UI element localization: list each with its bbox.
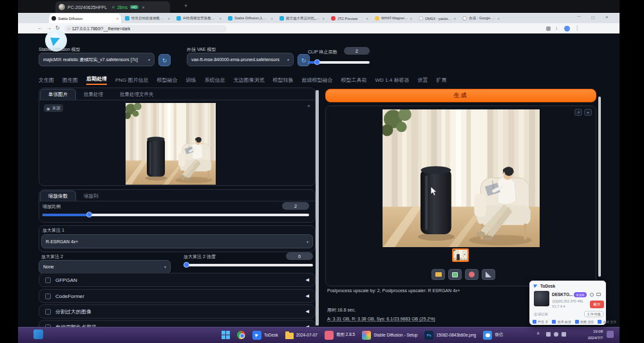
window-minimize-button[interactable]: —	[577, 14, 581, 18]
send-to-img2img-button[interactable]	[482, 269, 495, 280]
accordion-codeformer[interactable]: CodeFormer ◀	[39, 289, 316, 303]
taskbar-widget-icon[interactable]	[33, 329, 43, 339]
tab-model-toolkit[interactable]: 模型工具箱	[341, 77, 367, 84]
disconnect-button[interactable]: 断开	[590, 301, 604, 308]
tray-expand-icon[interactable]: ∧	[536, 331, 540, 336]
remote-new-tab-button[interactable]: +	[184, 3, 187, 9]
scale-ratio-value[interactable]: 2	[282, 202, 309, 210]
tab-close-icon[interactable]: ×	[410, 17, 412, 21]
advanced-setting[interactable]: 高级 更多	[598, 320, 616, 324]
save-image-button[interactable]	[448, 269, 462, 280]
clear-image-icon[interactable]: ×	[307, 103, 310, 109]
tab-checkpoint-merger[interactable]: 模型融合	[157, 77, 178, 84]
tab-close-icon[interactable]: ×	[270, 17, 273, 21]
vae-select[interactable]: vae-ft-mse-840000-ema-pruned.safetensors…	[187, 53, 294, 66]
tab-close-icon[interactable]: ×	[453, 17, 456, 21]
split-oversized-checkbox[interactable]	[45, 309, 51, 315]
browser-tab-active[interactable]: Stable Diffusion ×	[49, 14, 121, 23]
accordion-gfpgan[interactable]: GFPGAN ◀	[39, 273, 316, 287]
remote-tab-close-icon[interactable]: ×	[142, 5, 145, 10]
tab-extras[interactable]: 后期处理	[86, 75, 107, 85]
uploaded-image-preview[interactable]	[126, 103, 216, 185]
address-bar[interactable]: ○ 127.0.0.1:7860/?__theme=dark	[64, 25, 227, 32]
tab-settings[interactable]: 设置	[417, 77, 428, 84]
upscaler2-select[interactable]: None ▾	[39, 260, 171, 273]
window-maximize-button[interactable]: ▢	[591, 15, 595, 19]
start-button[interactable]	[222, 331, 230, 339]
tab-close-icon[interactable]: ×	[116, 17, 118, 21]
download-icon[interactable]: ↓	[555, 26, 558, 31]
tab-close-icon[interactable]: ×	[322, 17, 325, 21]
profile-avatar[interactable]	[564, 26, 570, 32]
browser-tab[interactable]: 绘世启动器使用教程_哔哩哔哩 ×	[122, 14, 173, 23]
upscaler2-strength-slider-handle[interactable]	[184, 262, 189, 268]
thumbnail-frame[interactable]	[452, 248, 469, 262]
tab-img2img[interactable]: 图生图	[62, 77, 78, 84]
browser-tab[interactable]: WHAT-Magnet 搜索 ×	[372, 14, 415, 23]
tab-system-info[interactable]: 系统信息	[205, 77, 225, 84]
hd-quality-badge[interactable]: HD	[130, 5, 138, 9]
tab-close-icon[interactable]: ×	[366, 17, 368, 21]
tab-train[interactable]: 训练	[186, 77, 196, 84]
site-info-icon[interactable]: ○	[68, 27, 70, 31]
chrome-taskbar-icon[interactable]	[237, 331, 245, 339]
refresh-sd-model-button[interactable]: ↻	[158, 54, 171, 66]
collapse-arrow-icon[interactable]: ◀	[306, 293, 309, 299]
taskbar-clock[interactable]: 19:08 2024/7/7	[573, 329, 603, 341]
tab-infinite-browser[interactable]: 无边图像浏览	[234, 77, 265, 84]
taskbar-item-photoshop[interactable]: Ps 15082-0843b60e.png	[424, 331, 476, 340]
clip-skip-slider-handle[interactable]	[314, 59, 320, 65]
taskbar-item-sd-setup[interactable]: Stable Diffusion - Setup	[362, 331, 417, 340]
browser-tab[interactable]: JTC Preview ×	[328, 14, 371, 23]
clip-skip-value[interactable]: 2	[344, 47, 370, 55]
open-folder-button[interactable]	[431, 269, 445, 280]
browser-menu-icon[interactable]: ⋮	[574, 26, 580, 31]
file-transfer-button[interactable]: 文件传输	[584, 311, 603, 317]
close-image-button[interactable]: ×	[584, 109, 592, 116]
taskbar-item-viewer[interactable]: 看图 2.8.5	[325, 331, 355, 340]
quality-setting[interactable]: 画质 标清	[552, 320, 571, 324]
voice-call-icon[interactable]	[590, 293, 594, 297]
subtab-batch-process[interactable]: 批量处理	[84, 91, 103, 98]
scale-ratio-slider[interactable]	[43, 214, 309, 216]
taskbar-item-folder[interactable]: 2024-07-07	[285, 331, 317, 339]
back-icon[interactable]: ←	[37, 26, 43, 31]
tab-txt2img[interactable]: 文生图	[39, 77, 54, 84]
fullscreen-image-button[interactable]: ↗	[574, 109, 582, 116]
remote-session-tab[interactable]: PC-20240625HFPL ılı 28ms HD ×	[55, 1, 170, 13]
browser-tab[interactable]: 超分放大算法对比_哔哩哔哩 ×	[277, 14, 327, 23]
extensions-icon[interactable]	[546, 26, 551, 31]
window-close-button[interactable]: ×	[605, 14, 609, 20]
subtab-batch-folder[interactable]: 批量处理文件夹	[120, 91, 154, 98]
tab-extensions[interactable]: 扩展	[436, 77, 446, 84]
refresh-vae-button[interactable]: ↻	[298, 54, 310, 66]
tab-png-info[interactable]: PNG 图片信息	[115, 77, 149, 84]
browser-tab[interactable]: OMSX - packshot Studio ×	[416, 14, 459, 23]
subtab-scale-to[interactable]: 缩放到	[84, 193, 99, 199]
upscaler2-strength-slider[interactable]	[184, 264, 313, 266]
left-column-scrollbar[interactable]	[316, 90, 319, 326]
tray-icon-3[interactable]	[562, 332, 566, 337]
fit-setting[interactable]: 画面 适应	[575, 320, 594, 324]
gfpgan-checkbox[interactable]	[45, 277, 51, 283]
collapse-arrow-icon[interactable]: ◀	[306, 277, 309, 283]
send-to-extras-button[interactable]	[465, 269, 478, 280]
clip-skip-slider[interactable]	[308, 61, 370, 64]
browser-tab[interactable]: 合成 - Google 搜索 ×	[460, 14, 502, 23]
tab-wd14-tagger[interactable]: WD 1.4 标签器	[375, 77, 410, 84]
tray-icon-2[interactable]	[554, 332, 558, 337]
browser-tab[interactable]: AI绘画模型安装教程_哔哩哔哩 ×	[174, 14, 224, 23]
right-column-scrollbar[interactable]	[598, 97, 601, 277]
upscaler1-select[interactable]: R-ESRGAN 4x+ ▾	[41, 234, 313, 248]
sd-model-select[interactable]: majicMIX realistic 麦橘写实_v7.safetensors […	[39, 53, 155, 66]
notification-center-icon[interactable]	[607, 331, 614, 338]
scale-ratio-slider-handle[interactable]	[86, 212, 92, 218]
browser-tab[interactable]: Stable Diffusion入门_哔哩哔哩 ×	[225, 14, 276, 23]
camera-icon[interactable]	[596, 293, 601, 296]
subtab-single-image[interactable]: 单张图片	[40, 89, 76, 100]
collapse-arrow-icon[interactable]: ◀	[306, 309, 309, 314]
upscaler2-strength-value[interactable]: 0	[286, 252, 313, 260]
taskbar-item-wechat[interactable]: 微信	[483, 331, 503, 340]
sound-toggle[interactable]: 声音 开	[533, 320, 548, 324]
generated-image[interactable]	[383, 109, 540, 247]
